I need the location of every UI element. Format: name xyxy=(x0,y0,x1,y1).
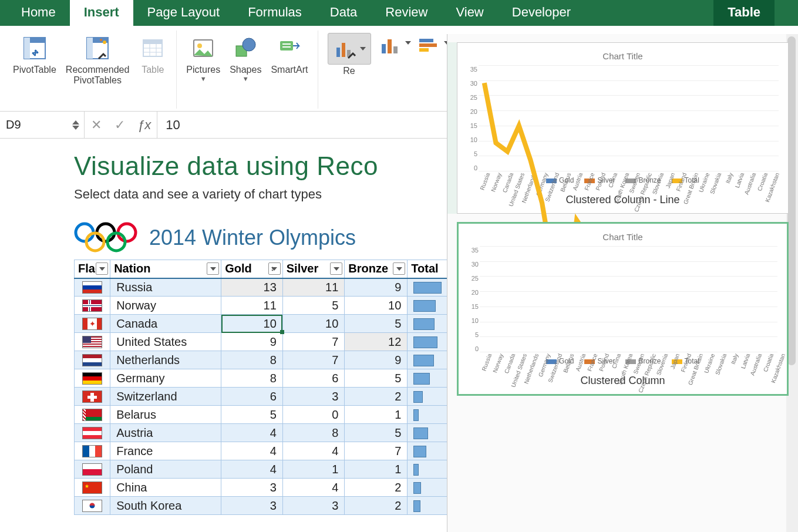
bronze-cell[interactable]: 1 xyxy=(345,460,408,479)
bronze-cell[interactable]: 2 xyxy=(345,497,408,515)
table-row[interactable]: Austria485 xyxy=(75,424,450,442)
bronze-cell[interactable]: 9 xyxy=(345,351,408,369)
gold-cell[interactable]: 8 xyxy=(221,351,283,369)
tab-view[interactable]: View xyxy=(442,0,497,26)
filter-button[interactable] xyxy=(96,262,108,275)
gold-cell[interactable]: 4 xyxy=(221,424,283,442)
table-row[interactable]: United States9712 xyxy=(75,333,450,351)
tab-context-table[interactable]: Table xyxy=(713,0,775,26)
tab-review[interactable]: Review xyxy=(371,0,442,26)
gold-cell[interactable]: 6 xyxy=(221,388,283,406)
silver-cell[interactable]: 4 xyxy=(282,479,345,497)
table-row[interactable]: Switzerland632 xyxy=(75,388,450,406)
total-bar-cell[interactable] xyxy=(408,406,450,424)
nation-cell[interactable]: France xyxy=(110,442,221,460)
table-row[interactable]: France447 xyxy=(75,442,450,460)
silver-cell[interactable]: 4 xyxy=(282,442,345,460)
nation-cell[interactable]: United States xyxy=(110,333,221,351)
chart-card-clustered-column[interactable]: Chart Title 35302520151050RussiaNorwayCa… xyxy=(457,222,789,396)
bronze-cell[interactable]: 7 xyxy=(345,442,408,460)
silver-cell[interactable]: 7 xyxy=(282,333,345,351)
col-flag[interactable]: Flag xyxy=(75,260,110,278)
nation-cell[interactable]: Netherlands xyxy=(110,351,221,369)
gold-cell[interactable]: 4 xyxy=(221,442,283,460)
tab-developer[interactable]: Developer xyxy=(498,0,585,26)
gold-cell[interactable]: 3 xyxy=(221,479,283,497)
col-gold[interactable]: Gold xyxy=(221,260,283,278)
nation-cell[interactable]: Germany xyxy=(110,369,221,388)
silver-cell[interactable]: 1 xyxy=(282,460,345,479)
gold-cell[interactable]: 10 xyxy=(221,315,283,333)
tab-home[interactable]: Home xyxy=(7,0,70,26)
filter-button[interactable] xyxy=(393,262,405,275)
gold-cell[interactable]: 4 xyxy=(221,460,283,479)
bronze-cell[interactable]: 2 xyxy=(345,479,408,497)
pivottable-button[interactable]: PivotTable xyxy=(9,31,60,109)
bar-chart-button[interactable] xyxy=(416,33,443,58)
table-row[interactable]: ★China342 xyxy=(75,479,450,497)
table-row[interactable]: ✦Canada10105 xyxy=(75,315,450,333)
recommended-charts-button[interactable]: Re xyxy=(324,31,375,109)
silver-cell[interactable]: 7 xyxy=(282,351,345,369)
nation-cell[interactable]: Norway xyxy=(110,297,221,315)
bronze-cell[interactable]: 9 xyxy=(345,278,408,297)
nation-cell[interactable]: Russia xyxy=(110,278,221,297)
total-bar-cell[interactable] xyxy=(408,388,450,406)
bronze-cell[interactable]: 10 xyxy=(345,297,408,315)
tab-page-layout[interactable]: Page Layout xyxy=(133,0,234,26)
tab-insert[interactable]: Insert xyxy=(70,0,133,26)
gold-cell[interactable]: 13 xyxy=(221,278,283,297)
chart-card-clustered-column-line[interactable]: Chart Title 35302520151050RussiaNorwayCa… xyxy=(457,42,789,214)
table-row[interactable]: Belarus501 xyxy=(75,406,450,424)
filter-button[interactable] xyxy=(207,262,219,275)
total-bar-cell[interactable] xyxy=(408,369,450,388)
filter-button[interactable] xyxy=(330,262,342,275)
nation-cell[interactable]: South Korea xyxy=(110,497,221,515)
bronze-cell[interactable]: 5 xyxy=(345,424,408,442)
olympics-table[interactable]: FlagNationGoldSilverBronzeTotal Russia13… xyxy=(74,260,450,515)
formula-value[interactable]: 10 xyxy=(157,117,180,133)
bronze-cell[interactable]: 5 xyxy=(345,315,408,333)
bronze-cell[interactable]: 2 xyxy=(345,388,408,406)
total-bar-cell[interactable] xyxy=(408,479,450,497)
silver-cell[interactable]: 8 xyxy=(282,424,345,442)
tab-data[interactable]: Data xyxy=(316,0,371,26)
table-row[interactable]: Poland411 xyxy=(75,460,450,479)
table-row[interactable]: Russia13119 xyxy=(75,278,450,297)
bronze-cell[interactable]: 1 xyxy=(345,406,408,424)
silver-cell[interactable]: 6 xyxy=(282,369,345,388)
bronze-cell[interactable]: 5 xyxy=(345,369,408,388)
table-row[interactable]: South Korea332 xyxy=(75,497,450,515)
silver-cell[interactable]: 3 xyxy=(282,388,345,406)
tab-formulas[interactable]: Formulas xyxy=(234,0,316,26)
silver-cell[interactable]: 10 xyxy=(282,315,345,333)
col-nation[interactable]: Nation xyxy=(110,260,221,278)
total-bar-cell[interactable] xyxy=(408,351,450,369)
total-bar-cell[interactable] xyxy=(408,315,450,333)
col-total[interactable]: Total xyxy=(408,260,450,278)
total-bar-cell[interactable] xyxy=(408,497,450,515)
silver-cell[interactable]: 0 xyxy=(282,406,345,424)
table-row[interactable]: Netherlands879 xyxy=(75,351,450,369)
table-button[interactable]: Table xyxy=(135,31,170,109)
silver-cell[interactable]: 3 xyxy=(282,497,345,515)
total-bar-cell[interactable] xyxy=(408,442,450,460)
total-bar-cell[interactable] xyxy=(408,278,450,297)
nation-cell[interactable]: Switzerland xyxy=(110,388,221,406)
gold-cell[interactable]: 5 xyxy=(221,406,283,424)
fx-button[interactable]: ƒx xyxy=(132,112,157,138)
smartart-button[interactable]: SmartArt xyxy=(267,31,311,109)
total-bar-cell[interactable] xyxy=(408,333,450,351)
table-row[interactable]: Norway11510 xyxy=(75,297,450,315)
gold-cell[interactable]: 9 xyxy=(221,333,283,351)
total-bar-cell[interactable] xyxy=(408,460,450,479)
name-box[interactable]: D9 xyxy=(0,112,85,138)
gold-cell[interactable]: 3 xyxy=(221,497,283,515)
total-bar-cell[interactable] xyxy=(408,424,450,442)
col-silver[interactable]: Silver xyxy=(282,260,345,278)
total-bar-cell[interactable] xyxy=(408,297,450,315)
nation-cell[interactable]: Canada xyxy=(110,315,221,333)
filter-button[interactable] xyxy=(268,262,281,275)
recommended-pivottables-button[interactable]: Recommended PivotTables xyxy=(62,31,133,109)
silver-cell[interactable]: 5 xyxy=(282,297,345,315)
